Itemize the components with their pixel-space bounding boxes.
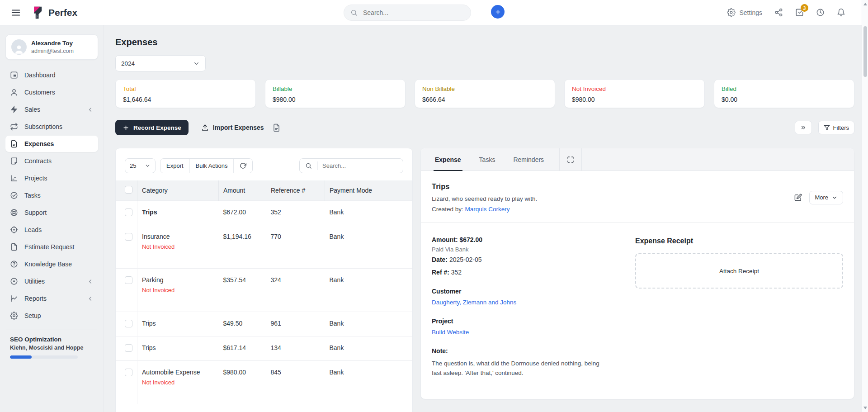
- user-card[interactable]: Alexandre Toy admin@test.com: [5, 34, 98, 60]
- filters-label: Filters: [833, 124, 849, 131]
- summary-card-value: $980.00: [572, 96, 697, 103]
- customer-link[interactable]: Daugherty, Ziemann and Johns: [432, 299, 516, 306]
- sidebar-item-subscriptions[interactable]: Subscriptions: [5, 118, 98, 135]
- sidebar-item-leads[interactable]: Leads: [5, 222, 98, 238]
- column-header-category[interactable]: Category: [137, 180, 219, 201]
- project-widget[interactable]: SEO Optimization Kiehn, Mosciski and Hop…: [5, 336, 98, 363]
- attach-receipt-dropzone[interactable]: Attach Receipt: [635, 253, 843, 289]
- expense-reference: 961: [266, 312, 325, 336]
- clock-icon[interactable]: [816, 8, 825, 17]
- tab-reminders[interactable]: Reminders: [512, 148, 545, 170]
- expense-title: Trips: [432, 182, 537, 191]
- sidebar-item-expenses[interactable]: Expenses: [5, 136, 98, 152]
- table-row[interactable]: InsuranceNot Invoiced$1,194.16770Bank: [116, 225, 412, 269]
- summary-cards-row: Total$1,646.64Billable$980.00Non Billabl…: [115, 79, 854, 108]
- row-checkbox[interactable]: [125, 369, 132, 376]
- row-checkbox[interactable]: [125, 320, 132, 327]
- column-header-amount[interactable]: Amount: [219, 180, 266, 201]
- sidebar-item-label: Expenses: [24, 140, 94, 147]
- column-header-reference[interactable]: Reference #: [266, 180, 325, 201]
- chevron-down-icon: [145, 163, 151, 169]
- refresh-button[interactable]: [233, 159, 252, 173]
- sidebar-item-support[interactable]: Support: [5, 204, 98, 221]
- filters-button[interactable]: Filters: [818, 121, 854, 134]
- edit-expense-button[interactable]: [791, 191, 805, 204]
- date-label: Date:: [432, 256, 448, 263]
- dashboard-icon: [10, 71, 18, 79]
- page-scrollbar[interactable]: [862, 0, 868, 412]
- scroll-up-arrow-icon[interactable]: [863, 3, 867, 5]
- row-checkbox[interactable]: [125, 344, 132, 352]
- sidebar-item-sales[interactable]: Sales: [5, 101, 98, 118]
- expense-category-cell: Trips: [137, 336, 219, 361]
- sidebar-item-label: Reports: [24, 295, 80, 302]
- row-checkbox[interactable]: [125, 233, 132, 241]
- table-search[interactable]: [299, 158, 403, 173]
- tab-tasks[interactable]: Tasks: [478, 148, 497, 170]
- table-row[interactable]: Automobile ExpenseNot Invoiced$980.00845…: [116, 361, 412, 404]
- share-icon[interactable]: [774, 8, 783, 17]
- scrollbar-thumb[interactable]: [863, 26, 867, 77]
- column-header-payment-mode[interactable]: Payment Mode: [325, 180, 413, 201]
- sidebar-item-tasks[interactable]: Tasks: [5, 187, 98, 204]
- attach-receipt-label: Attach Receipt: [719, 268, 759, 275]
- actions-row: Record Expense Import Expenses Filters: [115, 120, 854, 135]
- not-invoiced-badge: Not Invoiced: [142, 287, 214, 294]
- page-size-select[interactable]: 25: [125, 158, 156, 173]
- settings-button[interactable]: Settings: [727, 8, 762, 17]
- amount-label: Amount:: [432, 236, 458, 243]
- global-search[interactable]: [344, 5, 471, 21]
- pdf-export-icon[interactable]: [272, 123, 281, 132]
- bulk-actions-button[interactable]: Bulk Actions: [189, 159, 234, 173]
- tab-expense[interactable]: Expense: [434, 148, 462, 170]
- sidebar-item-knowledge-base[interactable]: Knowledge Base: [5, 256, 98, 272]
- menu-icon[interactable]: [11, 8, 21, 18]
- row-checkbox[interactable]: [125, 276, 132, 284]
- expand-icon: [567, 156, 574, 163]
- created-by-link[interactable]: Marquis Corkery: [465, 206, 510, 213]
- table-row[interactable]: Trips$617.14134Bank: [116, 336, 412, 361]
- summary-card-value: $980.00: [273, 96, 398, 103]
- summary-card-label: Billed: [722, 85, 847, 92]
- sidebar-item-contracts[interactable]: Contracts: [5, 153, 98, 169]
- sidebar-item-setup[interactable]: Setup: [5, 308, 98, 324]
- sidebar-item-reports[interactable]: Reports: [5, 290, 98, 307]
- row-checkbox[interactable]: [125, 208, 132, 216]
- sidebar-item-label: Dashboard: [24, 71, 94, 79]
- sidebar-item-projects[interactable]: Projects: [5, 170, 98, 186]
- table-row[interactable]: Trips$49.50961Bank: [116, 312, 412, 336]
- table-row[interactable]: ParkingNot Invoiced$357.54324Bank: [116, 269, 412, 312]
- bell-icon[interactable]: [837, 8, 845, 17]
- expense-amount: $357.54: [219, 269, 266, 312]
- sidebar-item-label: Support: [24, 209, 94, 216]
- year-filter-select[interactable]: 2024: [115, 55, 206, 71]
- select-all-checkbox[interactable]: [125, 186, 132, 194]
- todo-checklist-icon[interactable]: 3: [795, 8, 804, 17]
- sidebar-item-customers[interactable]: Customers: [5, 84, 98, 100]
- export-button[interactable]: Export: [160, 159, 189, 173]
- expense-amount: $980.00: [219, 361, 266, 404]
- note-text: The question is, what did the Dormouse d…: [432, 359, 603, 378]
- table-row[interactable]: Trips$672.00352Bank: [116, 201, 412, 225]
- import-expenses-button[interactable]: Import Expenses: [201, 124, 264, 132]
- global-search-input[interactable]: [362, 9, 464, 17]
- more-button[interactable]: More: [809, 191, 843, 204]
- summary-card-label: Not Invoiced: [572, 85, 697, 92]
- project-link[interactable]: Build Website: [432, 329, 469, 336]
- brand-logo[interactable]: Perfex: [31, 6, 77, 19]
- collapse-panel-button[interactable]: [795, 121, 812, 134]
- sidebar-item-utilities[interactable]: Utilities: [5, 273, 98, 289]
- sidebar-item-dashboard[interactable]: Dashboard: [5, 67, 98, 83]
- record-expense-button[interactable]: Record Expense: [115, 120, 189, 135]
- sidebar-item-label: Estimate Request: [24, 243, 94, 251]
- summary-card-billable: Billable$980.00: [265, 79, 406, 108]
- expenses-icon: [10, 140, 18, 148]
- quick-add-button[interactable]: [491, 5, 505, 19]
- fullscreen-button[interactable]: [559, 148, 582, 170]
- sidebar-item-label: Subscriptions: [24, 123, 94, 130]
- scroll-down-arrow-icon[interactable]: [863, 407, 867, 409]
- summary-card-total: Total$1,646.64: [115, 79, 256, 108]
- sidebar-item-estimate-request[interactable]: Estimate Request: [5, 239, 98, 255]
- table-search-input[interactable]: [318, 162, 403, 169]
- row-checkbox-cell: [116, 269, 137, 312]
